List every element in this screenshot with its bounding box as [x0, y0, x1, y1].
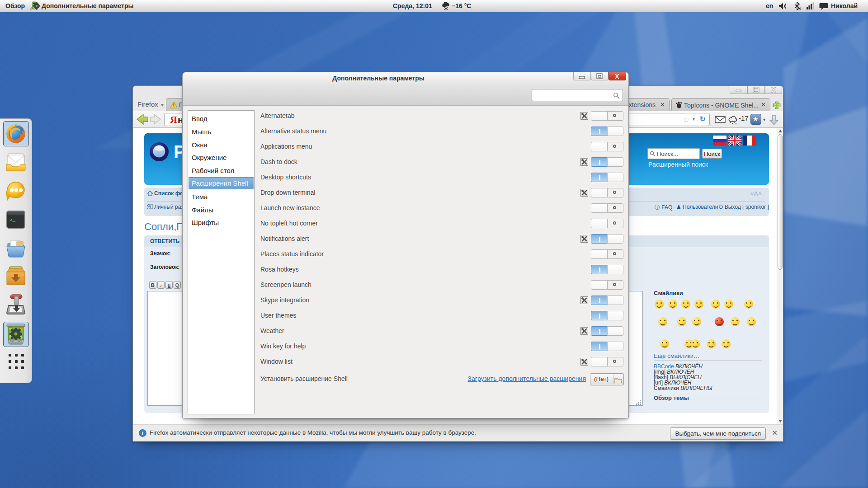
svg-text:!: ! [173, 103, 175, 108]
svg-text:X: X [615, 73, 619, 80]
svg-text:>_: >_ [9, 217, 16, 223]
svg-text:X: X [771, 86, 776, 94]
